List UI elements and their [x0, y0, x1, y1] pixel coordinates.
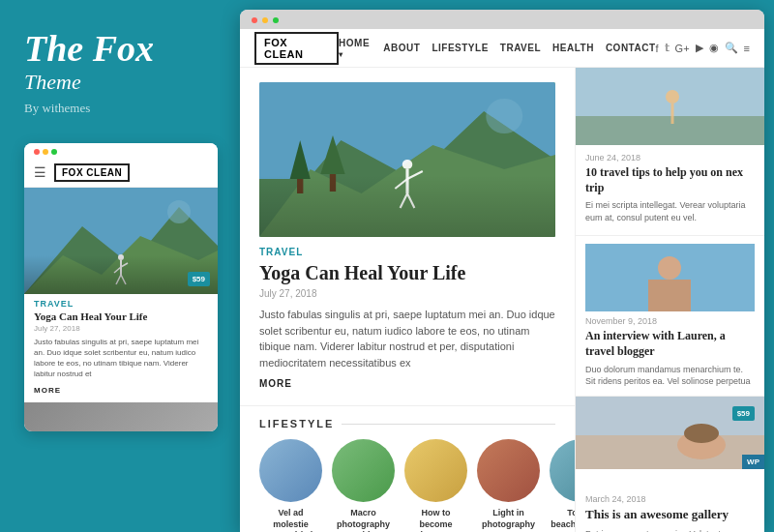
gallery-excerpt: Patrioque assertor ea vim. Volutpat salu…	[585, 528, 755, 532]
sidebar-interview-post: November 9, 2018 An interview with Laure…	[576, 236, 764, 396]
mobile-price-badge: $59	[188, 272, 210, 286]
lifestyle-caption-3: How to become happy?	[404, 508, 467, 532]
featured-post-date: July 27, 2018	[259, 288, 555, 299]
list-item: Macro photography guide	[332, 439, 395, 532]
youtube-icon[interactable]: ▶	[696, 42, 703, 54]
svg-point-27	[666, 90, 679, 103]
svg-point-14	[486, 99, 522, 133]
google-icon[interactable]: G+	[675, 43, 690, 54]
brand-subtitle: Theme	[24, 70, 216, 95]
browser-chrome	[240, 10, 764, 29]
lifestyle-caption-5: Top 10 beaches in the world	[550, 508, 576, 532]
sidebar-post-excerpt: Ei mei scripta intellegat. Verear volupt…	[585, 199, 755, 223]
lifestyle-section: LIFESTYLE Vel ad molestie menandri vis e…	[240, 405, 575, 532]
lifestyle-circle-5	[550, 439, 576, 502]
lifestyle-caption-4: Light in photography	[477, 508, 540, 530]
sidebar-post-title[interactable]: 10 travel tips to help you on nex trip	[585, 165, 755, 195]
mobile-top-bar	[24, 143, 218, 159]
svg-line-17	[395, 179, 407, 189]
browser-dot-yellow	[262, 17, 268, 23]
lifestyle-circle-4	[477, 439, 540, 502]
featured-post: TRAVEL Yoga Can Heal Your Life July 27, …	[240, 68, 575, 405]
sidebar-interview-excerpt: Duo dolorum mandamus menarchium te. Sit …	[585, 364, 755, 388]
featured-post-image	[259, 82, 555, 237]
nav-travel[interactable]: TRAVEL	[500, 43, 541, 53]
mobile-nav: ☰ FOX CLEAN	[24, 159, 218, 188]
svg-marker-13	[259, 145, 555, 237]
gallery-content: $59 March 24, 2018 This is an awesome ga…	[576, 469, 764, 532]
svg-rect-24	[330, 174, 336, 192]
sidebar-top-svg	[576, 68, 764, 145]
svg-rect-31	[648, 280, 691, 311]
nav-health[interactable]: HEALTH	[552, 43, 594, 53]
nav-contact[interactable]: CONTACT	[606, 43, 656, 53]
sidebar-interview-date: November 9, 2018	[585, 316, 755, 326]
list-item: Vel ad molestie menandri vis et	[259, 439, 322, 532]
main-content-column: TRAVEL Yoga Can Heal Your Life July 27, …	[240, 68, 576, 532]
svg-line-20	[407, 193, 414, 208]
sidebar-gallery-post: WP $59 March 24, 2018 This is an awesome…	[576, 397, 764, 532]
sidebar-post-date: June 24, 2018	[585, 153, 755, 163]
hamburger-icon[interactable]: ☰	[34, 164, 46, 180]
right-sidebar: June 24, 2018 10 travel tips to help you…	[576, 68, 764, 532]
svg-rect-22	[297, 179, 303, 193]
lifestyle-caption-1: Vel ad molestie menandri vis et	[259, 508, 322, 532]
sidebar-top-post: June 24, 2018 10 travel tips to help you…	[576, 145, 764, 236]
mobile-bottom-image	[24, 402, 218, 431]
svg-line-7	[121, 263, 128, 267]
svg-point-30	[658, 256, 681, 280]
featured-more-button[interactable]: MORE	[259, 378, 292, 389]
nav-about[interactable]: ABOUT	[383, 43, 420, 53]
mobile-more-btn[interactable]: MORE	[24, 386, 218, 402]
mobile-post-excerpt: Justo fabulas singulis at pri, saepe lup…	[24, 337, 218, 386]
svg-point-4	[118, 254, 124, 260]
mobile-tag: TRAVEL	[24, 294, 218, 310]
mobile-logo: FOX CLEAN	[54, 163, 130, 182]
mobile-hero-image: $59	[24, 188, 218, 294]
svg-point-15	[402, 160, 413, 169]
svg-line-8	[116, 275, 121, 284]
svg-marker-21	[290, 140, 311, 179]
search-icon[interactable]: 🔍	[725, 42, 738, 54]
rss-icon[interactable]: ◉	[709, 42, 719, 54]
brand-title: The Fox	[24, 29, 216, 70]
svg-line-19	[401, 193, 407, 208]
left-panel: The Fox Theme By withemes ☰ FOX CLEAN	[0, 0, 240, 532]
browser-dot-green	[273, 17, 279, 23]
lifestyle-section-title: LIFESTYLE	[259, 418, 555, 429]
gallery-title[interactable]: This is an awesome gallery	[585, 507, 755, 523]
mobile-post-date: July 27, 2018	[24, 324, 218, 337]
svg-line-9	[121, 275, 126, 284]
list-item: How to become happy?	[404, 439, 467, 532]
svg-line-18	[407, 171, 423, 179]
lifestyle-caption-2: Macro photography guide	[332, 508, 395, 532]
brand-by: By withemes	[24, 101, 216, 116]
featured-post-tag: TRAVEL	[259, 247, 555, 257]
site-logo[interactable]: FOX CLEAN	[254, 32, 339, 65]
svg-line-6	[114, 267, 121, 273]
sidebar-interview-image	[585, 244, 755, 311]
svg-point-3	[167, 200, 191, 223]
featured-post-excerpt: Justo fabulas singulis at pri, saepe lup…	[259, 307, 555, 370]
facebook-icon[interactable]: f	[656, 43, 659, 54]
nav-lifestyle[interactable]: LIFESTYLE	[432, 43, 488, 53]
browser-panel: FOX CLEAN HOME ABOUT LIFESTYLE TRAVEL HE…	[240, 10, 764, 532]
sidebar-interview-title[interactable]: An interview with Lauren, a travel blogg…	[585, 329, 755, 359]
site-header: FOX CLEAN HOME ABOUT LIFESTYLE TRAVEL HE…	[240, 29, 764, 68]
browser-content: FOX CLEAN HOME ABOUT LIFESTYLE TRAVEL HE…	[240, 29, 764, 532]
menu-icon[interactable]: ≡	[744, 43, 750, 54]
nav-home[interactable]: HOME	[339, 38, 372, 59]
gallery-date: March 24, 2018	[585, 494, 755, 504]
list-item: Light in photography	[477, 439, 540, 532]
svg-marker-23	[320, 135, 344, 174]
lifestyle-circle-1	[259, 439, 322, 502]
gallery-price-tag: $59	[732, 406, 755, 421]
svg-point-35	[684, 424, 719, 443]
lifestyle-circle-2	[332, 439, 395, 502]
featured-post-title[interactable]: Yoga Can Heal Your Life	[259, 261, 555, 284]
lifestyle-grid: Vel ad molestie menandri vis et Macro ph…	[259, 439, 555, 532]
twitter-icon[interactable]: 𝕥	[665, 42, 670, 54]
site-nav: HOME ABOUT LIFESTYLE TRAVEL HEALTH CONTA…	[339, 38, 655, 59]
sidebar-top-image	[576, 68, 764, 145]
dot-yellow	[43, 149, 48, 155]
